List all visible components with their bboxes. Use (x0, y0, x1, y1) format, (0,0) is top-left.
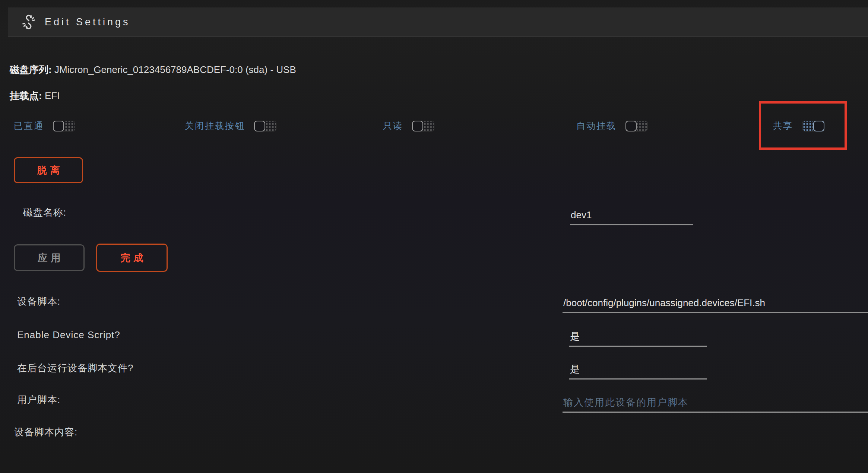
read-only-toggle[interactable] (412, 121, 434, 131)
disk-serial-label: 磁盘序列: (10, 64, 52, 75)
passthrough-toggle[interactable] (53, 121, 75, 131)
run-in-background-label: 在后台运行设备脚本文件? (17, 362, 133, 375)
mount-point-value: EFI (42, 90, 60, 101)
read-only-label: 只读 (383, 120, 403, 132)
disable-mount-button-toggle[interactable] (254, 121, 276, 131)
disk-serial-value: JMicron_Generic_0123456789ABCDEF-0:0 (sd… (52, 64, 296, 75)
mount-point-line: 挂载点: EFI (10, 89, 60, 102)
apply-button[interactable]: 应用 (14, 244, 85, 271)
disk-serial-line: 磁盘序列: JMicron_Generic_0123456789ABCDEF-0… (10, 63, 296, 76)
toggle-group-disable-mount-button: 关闭挂载按钮 (185, 118, 276, 134)
disk-name-input[interactable] (570, 208, 693, 225)
passthrough-label: 已直通 (14, 120, 44, 132)
mount-point-label: 挂载点: (10, 90, 42, 101)
toggle-group-read-only: 只读 (383, 118, 434, 134)
toggle-knob (53, 121, 64, 131)
user-script-input[interactable] (563, 396, 868, 413)
automount-label: 自动挂载 (576, 120, 617, 132)
device-script-input[interactable] (563, 296, 868, 313)
automount-toggle[interactable] (625, 121, 648, 131)
broken-link-icon (21, 14, 37, 30)
highlight-box (759, 101, 847, 150)
toggle-group-automount: 自动挂载 (576, 118, 648, 134)
toggle-knob (412, 121, 423, 131)
toggle-group-passthrough: 已直通 (14, 118, 75, 134)
run-in-background-input[interactable] (569, 362, 707, 380)
toggle-knob (625, 121, 637, 131)
detach-button[interactable]: 脱离 (14, 157, 83, 183)
device-script-content-label: 设备脚本内容: (14, 426, 77, 439)
disable-mount-button-label: 关闭挂载按钮 (185, 120, 245, 132)
dialog-title: Edit Settings (45, 16, 130, 28)
enable-device-script-label: Enable Device Script? (17, 329, 120, 341)
disk-name-label: 磁盘名称: (23, 206, 66, 219)
toggle-knob (254, 121, 265, 131)
device-script-label: 设备脚本: (17, 295, 60, 308)
enable-device-script-input[interactable] (569, 330, 707, 347)
user-script-label: 用户脚本: (17, 393, 60, 406)
dialog-titlebar: Edit Settings (8, 7, 868, 37)
done-button[interactable]: 完成 (96, 244, 168, 272)
